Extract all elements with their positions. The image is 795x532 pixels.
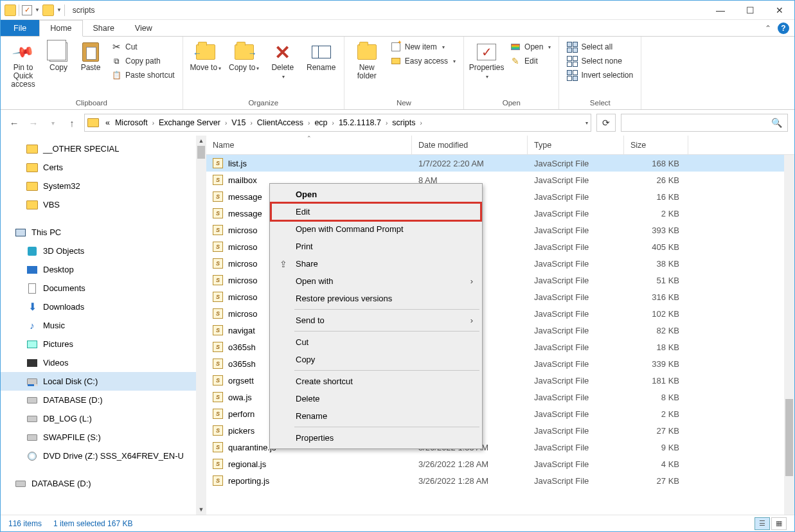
tab-view[interactable]: View bbox=[125, 20, 163, 36]
nav-item[interactable]: This PC bbox=[1, 223, 206, 242]
file-size: 393 KB bbox=[624, 226, 688, 235]
nav-item[interactable]: Desktop bbox=[1, 260, 206, 279]
nav-item[interactable]: 3D Objects bbox=[1, 242, 206, 260]
breadcrumb[interactable]: « Microsoft›Exchange Server›V15›ClientAc… bbox=[84, 114, 591, 132]
qat-dropdown2-icon[interactable]: ▼ bbox=[57, 7, 62, 13]
close-button[interactable]: ✕ bbox=[765, 1, 794, 20]
titlebar: ✓ ▼ ▼ scripts — ☐ ✕ bbox=[1, 1, 794, 20]
breadcrumb-segment[interactable]: scripts bbox=[389, 118, 418, 127]
col-date[interactable]: Date modified bbox=[412, 136, 528, 154]
file-row[interactable]: Sregional.js3/26/2022 1:28 AMJavaScript … bbox=[206, 456, 794, 472]
ctx-send-to[interactable]: Send to› bbox=[271, 312, 481, 329]
file-type: JavaScript File bbox=[528, 393, 624, 402]
select-all-button[interactable]: Select all bbox=[564, 40, 636, 53]
nav-item[interactable]: __OTHER SPECIAL bbox=[1, 139, 206, 158]
file-size: 9 KB bbox=[624, 443, 688, 452]
maximize-button[interactable]: ☐ bbox=[735, 1, 765, 20]
ctx-edit[interactable]: Edit bbox=[271, 203, 481, 220]
nav-item[interactable]: DVD Drive (Z:) SSS_X64FREV_EN-U bbox=[1, 447, 206, 465]
tab-share[interactable]: Share bbox=[83, 20, 125, 36]
ctx-share[interactable]: ⇪Share bbox=[271, 255, 481, 272]
cut-button[interactable]: ✂Cut bbox=[109, 40, 177, 53]
nav-item[interactable]: DB_LOG (L:) bbox=[1, 409, 206, 428]
file-size: 27 KB bbox=[624, 426, 688, 436]
paste-button[interactable]: Paste bbox=[76, 39, 105, 72]
ctx-delete[interactable]: Delete bbox=[271, 390, 481, 407]
file-row[interactable]: Slist.js1/7/2022 2:20 AMJavaScript File1… bbox=[206, 155, 794, 172]
ctx-properties[interactable]: Properties bbox=[271, 429, 481, 447]
ctx-rename[interactable]: Rename bbox=[271, 407, 481, 425]
nav-item[interactable]: Certs bbox=[1, 158, 206, 177]
ctx-cut[interactable]: Cut bbox=[271, 333, 481, 351]
nav-item[interactable]: Documents bbox=[1, 279, 206, 297]
invert-selection-button[interactable]: Invert selection bbox=[564, 69, 636, 82]
refresh-button[interactable]: ⟳ bbox=[596, 114, 616, 132]
nav-item[interactable]: Videos bbox=[1, 353, 206, 372]
breadcrumb-segment[interactable]: 15.2.1118.7 bbox=[336, 118, 384, 127]
qat-folder-icon[interactable] bbox=[42, 4, 54, 16]
col-size[interactable]: Size bbox=[624, 136, 688, 154]
copy-to-button[interactable]: → Copy to▾ bbox=[227, 39, 262, 73]
nav-item[interactable]: VBS bbox=[1, 195, 206, 214]
recent-dropdown[interactable]: ▾ bbox=[46, 116, 60, 130]
file-row[interactable]: Sreporting.js3/26/2022 1:28 AMJavaScript… bbox=[206, 472, 794, 489]
ctx-open-with[interactable]: Open with› bbox=[271, 272, 481, 290]
up-button[interactable]: ↑ bbox=[65, 116, 79, 130]
rename-button[interactable]: Rename bbox=[304, 39, 339, 72]
paste-shortcut-button[interactable]: 📋Paste shortcut bbox=[109, 69, 177, 82]
nav-item[interactable]: SWAPFILE (S:) bbox=[1, 428, 206, 447]
pc-icon bbox=[15, 227, 26, 238]
nav-scrollbar[interactable]: ▲ ▼ bbox=[196, 136, 206, 515]
select-none-button[interactable]: Select none bbox=[564, 55, 636, 67]
file-name: owa.js bbox=[228, 393, 252, 402]
minimize-button[interactable]: — bbox=[706, 1, 735, 20]
qat-dropdown-icon[interactable]: ▼ bbox=[35, 7, 40, 13]
js-file-icon: S bbox=[213, 258, 223, 269]
breadcrumb-segment[interactable]: ecp bbox=[312, 118, 330, 127]
new-item-button[interactable]: New item▾ bbox=[388, 40, 458, 53]
col-type[interactable]: Type bbox=[528, 136, 624, 154]
forward-button[interactable]: → bbox=[26, 116, 40, 130]
nav-item[interactable]: DATABASE (D:) bbox=[1, 391, 206, 409]
ctx-create-shortcut[interactable]: Create shortcut bbox=[271, 373, 481, 390]
nav-item[interactable]: Pictures bbox=[1, 335, 206, 353]
nav-item[interactable]: System32 bbox=[1, 177, 206, 195]
move-to-button[interactable]: ← Move to▾ bbox=[188, 39, 223, 73]
ctx-print[interactable]: Print bbox=[271, 238, 481, 255]
easy-access-button[interactable]: Easy access▾ bbox=[388, 55, 458, 67]
search-input[interactable]: 🔍 bbox=[621, 114, 788, 132]
tab-file[interactable]: File bbox=[1, 20, 39, 36]
back-button[interactable]: ← bbox=[7, 116, 21, 130]
ctx-open[interactable]: Open bbox=[271, 186, 481, 203]
qat-properties-icon[interactable]: ✓ bbox=[22, 5, 32, 15]
copy-button[interactable]: Copy bbox=[44, 39, 73, 72]
col-name[interactable]: Name⌃ bbox=[206, 136, 412, 154]
breadcrumb-segment[interactable]: V15 bbox=[229, 118, 248, 127]
breadcrumb-segment[interactable]: Exchange Server bbox=[156, 118, 223, 127]
breadcrumb-segment[interactable]: ClientAccess bbox=[255, 118, 306, 127]
ctx-restore-versions[interactable]: Restore previous versions bbox=[271, 290, 481, 307]
nav-item[interactable]: ⬇Downloads bbox=[1, 297, 206, 316]
collapse-ribbon-icon[interactable]: ⌃ bbox=[765, 24, 771, 33]
edit-button[interactable]: ✎Edit bbox=[508, 55, 553, 67]
file-scrollbar[interactable] bbox=[784, 155, 794, 515]
nav-item[interactable]: ♪Music bbox=[1, 316, 206, 335]
tab-home[interactable]: Home bbox=[39, 20, 82, 37]
properties-button[interactable]: ✓ Properties▾ bbox=[469, 39, 504, 81]
nav-item[interactable]: DATABASE (D:) bbox=[1, 474, 206, 493]
file-size: 8 KB bbox=[624, 393, 688, 402]
new-folder-button[interactable]: New folder bbox=[350, 39, 384, 80]
file-name: reporting.js bbox=[228, 476, 269, 486]
delete-button[interactable]: ✕ Delete▾ bbox=[265, 39, 300, 81]
ctx-open-cmd[interactable]: Open with Command Prompt bbox=[271, 220, 481, 238]
nav-item[interactable]: Local Disk (C:) bbox=[1, 372, 206, 391]
view-thumbnails-button[interactable]: ▦ bbox=[771, 517, 787, 530]
view-details-button[interactable]: ☰ bbox=[755, 517, 770, 530]
open-button[interactable]: Open▾ bbox=[508, 40, 553, 53]
ctx-copy[interactable]: Copy bbox=[271, 351, 481, 368]
breadcrumb-segment[interactable]: Microsoft bbox=[112, 118, 150, 127]
copy-path-button[interactable]: ⧉Copy path bbox=[109, 55, 177, 67]
pin-quick-access-button[interactable]: 📌 Pin to Quick access bbox=[6, 39, 40, 89]
breadcrumb-dropdown-icon[interactable]: ▾ bbox=[585, 120, 588, 126]
help-icon[interactable]: ? bbox=[778, 22, 789, 34]
